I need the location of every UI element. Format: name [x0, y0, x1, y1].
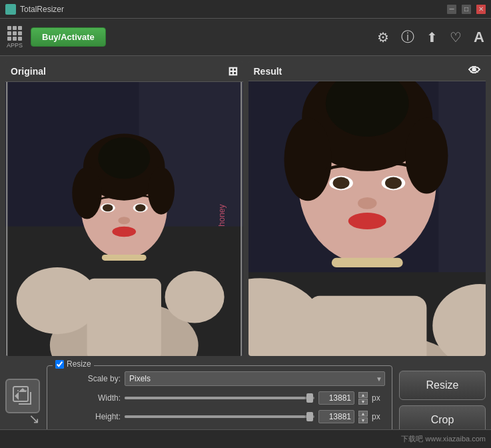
- original-panel: Original ⊞: [5, 61, 243, 356]
- svg-point-5: [17, 267, 99, 334]
- result-panel-header: Result 👁: [248, 61, 486, 81]
- right-buttons: Resize Crop: [399, 365, 486, 435]
- svg-rect-42: [331, 258, 402, 267]
- result-image-area: [248, 81, 486, 356]
- watermark-text: 下载吧 www.xiazaiba.com: [401, 434, 486, 444]
- svg-rect-20: [102, 255, 147, 261]
- svg-marker-44: [19, 388, 27, 392]
- original-image-area: honey: [5, 82, 243, 356]
- resize-icon-area: ↘: [5, 365, 40, 427]
- result-panel: Result 👁: [248, 61, 486, 356]
- width-spin-up[interactable]: ▲: [358, 392, 368, 398]
- toolbar-right-icons: ⚙ ⓘ ⬆ ♡ A: [377, 28, 484, 46]
- info-icon[interactable]: ⓘ: [401, 28, 414, 46]
- compare-icon[interactable]: ⊞: [228, 64, 238, 79]
- title-bar-controls: ─ □ ✕: [447, 5, 486, 14]
- height-input[interactable]: [318, 410, 354, 423]
- svg-rect-29: [308, 296, 426, 356]
- app-icon: [5, 4, 16, 15]
- share-icon[interactable]: ⬆: [426, 29, 438, 45]
- apps-grid-icon: [7, 26, 22, 41]
- svg-rect-0: [7, 5, 15, 13]
- scale-select[interactable]: Pixels Percent Inches Centimeters: [125, 371, 385, 386]
- main-area: Original ⊞: [0, 56, 491, 361]
- maximize-button[interactable]: □: [462, 5, 471, 14]
- bottom-strip: 下载吧 www.xiazaiba.com: [0, 429, 491, 448]
- toolbar: APPS Buy/Activate ⚙ ⓘ ⬆ ♡ A: [0, 19, 491, 56]
- gear-icon[interactable]: ⚙: [377, 29, 389, 45]
- width-label: Width:: [54, 393, 121, 403]
- resize-arrow-icon: ↘: [29, 411, 40, 427]
- svg-point-16: [103, 204, 113, 211]
- eye-icon[interactable]: 👁: [468, 64, 480, 78]
- width-control: ▲ ▼ px: [125, 391, 385, 405]
- svg-text:honey: honey: [217, 203, 227, 226]
- resize-svg-icon: [12, 385, 33, 407]
- buy-activate-button[interactable]: Buy/Activate: [31, 27, 106, 47]
- svg-point-11: [98, 137, 150, 179]
- svg-point-40: [357, 197, 376, 209]
- height-row: Height: ▲ ▼ px: [54, 410, 385, 423]
- svg-point-19: [112, 227, 136, 237]
- title-bar-left: TotalResizer: [5, 4, 64, 15]
- result-image: [248, 81, 486, 356]
- heart-icon[interactable]: ♡: [450, 29, 462, 45]
- svg-point-17: [135, 204, 146, 211]
- original-label: Original: [11, 66, 46, 77]
- height-spin-down[interactable]: ▼: [358, 417, 368, 423]
- scale-select-wrapper[interactable]: Pixels Percent Inches Centimeters ▼: [125, 371, 385, 386]
- height-slider[interactable]: [125, 415, 314, 418]
- svg-rect-7: [87, 279, 161, 356]
- svg-point-12: [72, 167, 102, 219]
- svg-point-18: [118, 217, 130, 224]
- original-panel-header: Original ⊞: [5, 61, 243, 82]
- scale-by-row: Scale by: Pixels Percent Inches Centimet…: [54, 371, 385, 386]
- height-px-label: px: [372, 412, 385, 421]
- font-icon[interactable]: A: [474, 29, 484, 46]
- result-label: Result: [254, 66, 282, 77]
- svg-rect-43: [13, 387, 28, 401]
- width-spinner: ▲ ▼: [358, 392, 368, 405]
- height-control: ▲ ▼ px: [125, 410, 385, 423]
- original-image: honey: [5, 82, 243, 356]
- svg-marker-45: [15, 392, 19, 400]
- svg-point-38: [332, 177, 349, 189]
- svg-point-39: [384, 177, 401, 189]
- resize-icon-button[interactable]: [5, 379, 40, 413]
- resize-legend: Resize: [53, 359, 94, 369]
- width-spin-down[interactable]: ▼: [358, 399, 368, 405]
- svg-point-34: [284, 117, 331, 201]
- app-title: TotalResizer: [20, 5, 64, 14]
- height-spin-up[interactable]: ▲: [358, 411, 368, 417]
- height-spinner: ▲ ▼: [358, 411, 368, 423]
- width-input[interactable]: [318, 391, 354, 405]
- width-row: Width: ▲ ▼ px: [54, 391, 385, 405]
- minimize-button[interactable]: ─: [447, 5, 456, 14]
- scale-label: Scale by:: [54, 374, 121, 383]
- resize-checkbox[interactable]: [55, 360, 64, 369]
- close-button[interactable]: ✕: [476, 5, 486, 14]
- svg-point-13: [148, 167, 175, 215]
- svg-point-35: [405, 117, 448, 193]
- apps-label: APPS: [7, 42, 23, 49]
- width-slider[interactable]: [125, 397, 314, 399]
- resize-button[interactable]: Resize: [399, 371, 486, 400]
- height-label: Height:: [54, 412, 121, 421]
- width-px-label: px: [372, 393, 385, 403]
- svg-point-6: [165, 271, 225, 323]
- svg-point-41: [348, 213, 386, 229]
- title-bar: TotalResizer ─ □ ✕: [0, 0, 491, 19]
- apps-button[interactable]: APPS: [7, 26, 23, 49]
- scale-control: Pixels Percent Inches Centimeters ▼: [125, 371, 385, 386]
